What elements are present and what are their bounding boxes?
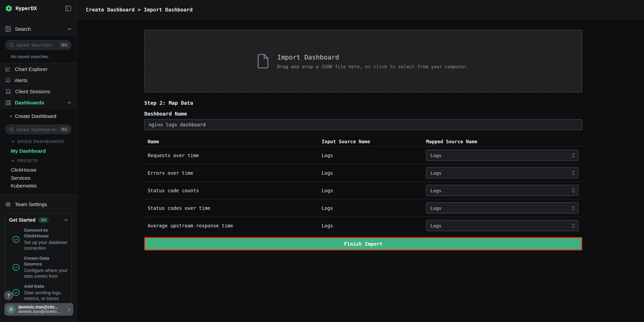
select-value: Logs (430, 223, 442, 228)
select-value: Logs (430, 170, 442, 176)
get-started-panel: Get Started 3/3 (6, 213, 72, 316)
get-started-header[interactable]: Get Started 3/3 (9, 217, 68, 223)
dropzone-title: Import Dashboard (277, 53, 470, 61)
hyperdx-app: HyperDX Search (0, 0, 644, 322)
select-chevrons-icon (572, 170, 575, 176)
checklist-item-subtitle: Start sending logs, metrics, or traces (24, 290, 68, 302)
saved-searches-input[interactable]: Saved Searches ⌘K (6, 40, 71, 50)
main-area: Create Dashboard > Import Dashboard Impo… (77, 0, 644, 322)
checklist-item-subtitle: Set up your database connection (24, 240, 68, 251)
sidebar-item-client-sessions[interactable]: Client Sessions (0, 86, 77, 97)
saved-searches-placeholder: Saved Searches (16, 42, 57, 48)
mapped-source-select[interactable]: Logs (426, 167, 578, 178)
sidebar: HyperDX Search (0, 0, 77, 322)
file-icon (257, 54, 268, 68)
magnifier-icon (10, 43, 14, 47)
table-row: Errors over time Logs Logs (144, 164, 582, 182)
chart-name-cell: Status codes over time (144, 205, 322, 211)
laptop-icon (6, 89, 11, 94)
import-dropzone[interactable]: Import Dashboard Drag and drop a JSON fi… (144, 30, 582, 92)
input-source-cell: Logs (322, 205, 426, 211)
import-dashboard-content: Import Dashboard Drag and drop a JSON fi… (144, 30, 582, 250)
mapped-source-select[interactable]: Logs (426, 220, 578, 231)
check-circle-icon (12, 236, 20, 243)
finish-import-button[interactable]: Finish Import (144, 237, 582, 250)
finish-import-label: Finish Import (344, 241, 382, 246)
user-account-button[interactable]: D dominic.tran@clic... dominic.tran@clic… (4, 303, 73, 316)
group-label: SAVED DASHBOARDS (17, 140, 64, 144)
sidebar-nav: Chart Explorer Alerts Cl (0, 63, 77, 108)
chevron-up-icon (68, 102, 71, 104)
bell-icon (6, 78, 10, 83)
chevron-up-icon (64, 219, 68, 221)
plus-icon: + (10, 113, 15, 119)
sidebar-item-dashboards[interactable]: Dashboards (0, 97, 77, 108)
select-value: Logs (430, 188, 442, 193)
input-source-cell: Logs (322, 152, 426, 158)
mapped-source-select[interactable]: Logs (426, 202, 578, 214)
sidebar-item-kubernetes[interactable]: Kubernetes (0, 182, 77, 190)
presets-group[interactable]: PRESETS (0, 158, 77, 164)
sidebar-section-search[interactable]: Search (0, 22, 77, 36)
brand-wordmark: HyperDX (16, 5, 37, 11)
dashboard-name-label: Dashboard Name (144, 112, 582, 116)
saved-dashboards-input[interactable]: Saved Dashboards ⌘K (6, 125, 71, 134)
check-circle-icon (12, 289, 20, 296)
mapping-table: Name Input Source Name Mapped Source Nam… (144, 136, 582, 234)
main-header: Create Dashboard > Import Dashboard (77, 0, 644, 20)
checklist-item[interactable]: Create Data Sources Configure where your… (9, 256, 68, 279)
checklist-item-subtitle: Configure where your data comes from (24, 268, 68, 279)
select-chevrons-icon (572, 205, 575, 211)
sidebar-item-chart-explorer[interactable]: Chart Explorer (0, 64, 77, 75)
user-email: dominic.tran@clickho... (18, 310, 65, 314)
checklist-item[interactable]: Connect to ClickHouse Set up your databa… (9, 228, 68, 251)
mapped-source-select[interactable]: Logs (426, 185, 578, 196)
shortcut-badge: ⌘K (60, 127, 69, 132)
step-label: Step 2: Map Data (144, 101, 582, 106)
dropzone-subtitle: Drag and drop a JSON file here, or click… (277, 64, 470, 69)
sidebar-header: HyperDX (0, 0, 77, 16)
checklist-item-title: Connect to ClickHouse (24, 228, 68, 239)
search-journal-icon (6, 26, 11, 32)
checklist-item-title: Create Data Sources (24, 256, 68, 267)
chart-name-cell: Average upstream response time (144, 223, 322, 228)
no-saved-searches-text: No saved searches (11, 54, 71, 59)
chevron-up-icon (68, 28, 71, 30)
sidebar-item-label: Alerts (14, 77, 28, 83)
table-row: Status codes over time Logs Logs (144, 199, 582, 216)
select-chevrons-icon (572, 188, 575, 193)
avatar: D (7, 305, 16, 314)
mapped-source-select[interactable]: Logs (426, 150, 578, 161)
sidebar-item-services[interactable]: Services (0, 174, 77, 182)
create-dashboard-label: Create Dashboard (15, 113, 56, 119)
sidebar-item-label: Dashboards (15, 100, 44, 106)
check-circle-icon (12, 264, 20, 271)
chart-name-cell: Errors over time (144, 170, 322, 176)
sidebar-item-team-settings[interactable]: Team Settings (0, 198, 77, 211)
search-section-label: Search (15, 26, 31, 32)
column-header-input-source: Input Source Name (322, 139, 426, 144)
get-started-title: Get Started (9, 217, 36, 223)
hyperdx-logo-icon (5, 4, 12, 12)
sidebar-item-label: Client Sessions (15, 88, 50, 94)
dashboard-name-input[interactable] (144, 119, 582, 130)
sidebar-item-my-dashboard[interactable]: My Dashboard (0, 147, 77, 155)
table-row: Status code counts Logs Logs (144, 182, 582, 199)
shortcut-badge: ⌘K (60, 42, 69, 48)
help-button[interactable]: ? (4, 291, 13, 300)
create-dashboard-button[interactable]: + Create Dashboard (0, 110, 77, 122)
select-chevrons-icon (572, 152, 575, 158)
select-chevrons-icon (572, 223, 575, 228)
saved-dashboards-group[interactable]: SAVED DASHBOARDS (0, 138, 77, 145)
dashboard-grid-icon (6, 100, 11, 105)
sidebar-item-alerts[interactable]: Alerts (0, 75, 77, 86)
sidebar-item-clickhouse[interactable]: ClickHouse (0, 166, 77, 174)
chart-name-cell: Requests over time (144, 152, 322, 158)
table-row: Requests over time Logs Logs (144, 146, 582, 164)
collapse-sidebar-icon[interactable] (65, 5, 72, 11)
brand[interactable]: HyperDX (5, 4, 37, 12)
gear-icon (6, 202, 11, 207)
checklist-item[interactable]: Add Data Start sending logs, metrics, or… (9, 284, 68, 302)
search-panel: Saved Searches ⌘K No saved searches (0, 36, 77, 63)
chart-icon (6, 66, 11, 72)
